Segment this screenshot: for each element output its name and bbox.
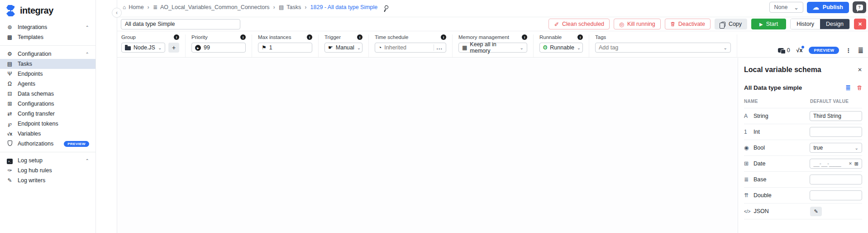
time-schedule-more-button[interactable]: ...	[434, 44, 443, 51]
manual-trigger-icon: ☛	[328, 45, 333, 50]
double-type-icon: ⇈	[744, 192, 750, 199]
version-select-value: None	[774, 4, 787, 10]
int-default-input[interactable]	[810, 127, 862, 137]
sidebar-item-endpoint-tokens[interactable]: ℘ Endpoint tokens	[0, 119, 95, 129]
tags-input[interactable]	[599, 44, 721, 51]
start-button[interactable]: ▶ Start	[751, 19, 786, 29]
info-icon[interactable]: i	[357, 34, 362, 40]
pin-icon[interactable]	[384, 5, 389, 10]
comments-indicator[interactable]: 0	[778, 47, 790, 53]
field-runnable: Runnable i ʘ Runnable ⌄	[539, 34, 589, 57]
clean-scheduled-button[interactable]: ✐ Clean scheduled	[548, 19, 610, 29]
info-icon[interactable]: i	[174, 34, 179, 40]
runnable-select[interactable]: ʘ Runnable ⌄	[539, 43, 583, 53]
delete-schema-button[interactable]	[857, 85, 862, 91]
info-icon[interactable]: i	[522, 34, 527, 40]
button-label: Copy	[729, 21, 742, 27]
kill-running-button[interactable]: ◎ Kill running	[614, 19, 661, 29]
tags-input-wrap: ⌄	[595, 43, 731, 53]
copy-button[interactable]: Copy	[715, 19, 747, 29]
plus-icon: +	[172, 44, 176, 51]
list-view-icon[interactable]: ≣	[845, 84, 851, 91]
sidebar-item-data-schemas[interactable]: ⊟ Data schemas	[0, 89, 95, 99]
date-type-icon: ⊞	[744, 160, 750, 167]
trigger-select[interactable]: ☛ Manual ⌄	[324, 43, 362, 53]
memory-management-select[interactable]: ▦ Keep all in memory ⌄	[458, 43, 527, 53]
sidebar-item-templates[interactable]: ▩ Templates	[0, 32, 95, 42]
panel-close-button[interactable]: ✕	[858, 67, 862, 73]
breadcrumb-home[interactable]: ⌂ Home	[123, 4, 144, 10]
sidebar-item-integrations[interactable]: ⊚ Integrations ⌃	[0, 22, 95, 32]
time-schedule-input[interactable]	[384, 44, 430, 51]
variable-row-json: </> JSON ✎	[744, 203, 862, 219]
cloud-upload-icon: ☁↑	[813, 4, 819, 10]
help-button[interactable]: ?	[853, 1, 866, 13]
shield-icon	[6, 141, 13, 147]
hamburger-menu-icon[interactable]: ≣	[858, 46, 863, 54]
chevron-down-icon: ⌄	[520, 45, 524, 50]
sidebar-item-label: Log hub rules	[18, 167, 52, 174]
sidebar-item-variables[interactable]: √x Variables	[0, 129, 95, 139]
sidebar-collapse-button[interactable]: ‹	[112, 8, 122, 18]
design-canvas[interactable]: Local variable schema ✕ All Data type si…	[117, 58, 868, 233]
sidebar-item-log-setup[interactable]: >_ Log setup ⌃	[0, 155, 95, 165]
panel-divider	[744, 219, 862, 219]
info-icon[interactable]: i	[577, 34, 583, 40]
base-default-input[interactable]	[810, 175, 862, 184]
breadcrumb-tasks[interactable]: ▤ Tasks	[279, 4, 301, 10]
chevron-up-icon[interactable]: ⌃	[86, 25, 89, 30]
time-schedule-input-wrap: ◔ ...	[375, 43, 446, 53]
design-tab[interactable]: Design	[820, 19, 849, 29]
flag-icon: ⚑	[262, 45, 267, 50]
task-name-input[interactable]	[121, 19, 240, 29]
sidebar-item-log-writers[interactable]: ✎ Log writers	[0, 175, 95, 185]
comments-icon	[778, 48, 784, 53]
more-menu-icon[interactable]: ⋮	[845, 47, 851, 54]
publish-button[interactable]: ☁↑ Publish	[807, 2, 849, 13]
info-icon[interactable]: i	[307, 34, 312, 40]
breadcrumb-current-task[interactable]: 1829 - All data type Simple	[310, 4, 378, 10]
chevron-up-icon[interactable]: ⌃	[86, 52, 89, 57]
help-chat-icon: ?	[856, 5, 863, 10]
variable-name: Int	[754, 129, 760, 135]
sidebar-item-authorizations[interactable]: Authorizations PREVIEW	[0, 139, 95, 149]
string-default-input[interactable]	[810, 111, 862, 121]
field-priority: Priority i ▶	[191, 34, 252, 57]
clear-date-icon[interactable]: ✕	[849, 161, 852, 166]
sidebar-item-label: Integrations	[18, 24, 47, 30]
date-default-input[interactable]: __-__-____ ✕ ⊞	[810, 159, 862, 169]
sidebar-item-tasks[interactable]: ▤ Tasks	[0, 59, 95, 69]
double-default-input[interactable]	[810, 190, 862, 200]
view-segment: History Design	[790, 19, 850, 29]
sidebar-item-configurations[interactable]: ⊞ Configurations	[0, 99, 95, 109]
deactivate-button[interactable]: Deactivate	[665, 19, 711, 29]
chevron-up-icon[interactable]: ⌃	[86, 158, 89, 163]
sidebar-item-label: Agents	[18, 81, 35, 87]
priority-input[interactable]	[204, 44, 242, 51]
breadcrumb-group[interactable]: ≣ AO_Local_Variables_Common_Connectors	[153, 4, 270, 10]
memory-management-value: Keep all in memory	[470, 41, 517, 54]
version-select[interactable]: None ⌄	[769, 2, 803, 13]
group-select[interactable]: Node.JS ⌄	[121, 43, 165, 53]
close-task-button[interactable]: ✕	[854, 19, 866, 29]
add-group-button[interactable]: +	[168, 43, 179, 53]
chevron-down-icon: ⌄	[577, 45, 581, 50]
sidebar-item-configuration[interactable]: ⚙ Configuration ⌃	[0, 49, 95, 59]
chevron-left-icon: ‹	[116, 10, 118, 16]
app-logo[interactable]: integray	[0, 0, 95, 20]
json-edit-button[interactable]: ✎	[810, 207, 822, 216]
priority-input-wrap: ▶	[191, 43, 246, 53]
sidebar-item-log-hub-rules[interactable]: ✑ Log hub rules	[0, 165, 95, 175]
sidebar-item-agents[interactable]: Ω Agents	[0, 79, 95, 89]
info-icon[interactable]: i	[441, 34, 446, 40]
formula-icon[interactable]: √x	[796, 47, 803, 53]
info-icon[interactable]: i	[240, 34, 246, 40]
bool-default-select[interactable]: true ⌄	[810, 143, 862, 153]
field-label: Group	[121, 34, 136, 40]
max-instances-input[interactable]	[269, 44, 309, 51]
sidebar-item-endpoints[interactable]: Ψ Endpoints	[0, 69, 95, 79]
calendar-icon[interactable]: ⊞	[854, 161, 858, 167]
variable-row-double: ⇈ Double	[744, 187, 862, 203]
history-tab[interactable]: History	[791, 19, 820, 29]
sidebar-item-config-transfer[interactable]: ⇄ Config transfer	[0, 109, 95, 119]
